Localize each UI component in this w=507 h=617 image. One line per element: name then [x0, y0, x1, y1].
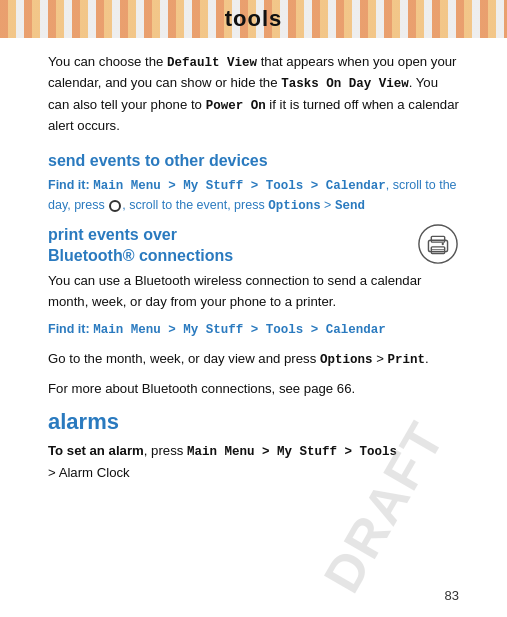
send-events-heading: send events to other devices	[48, 151, 459, 172]
print-find-it: Find it: Main Menu > My Stuff > Tools > …	[48, 320, 459, 340]
alarms-heading: alarms	[48, 409, 459, 435]
page-title-bar: tools	[0, 0, 507, 38]
intro-paragraph: You can choose the Default View that app…	[48, 52, 459, 137]
options-label-1: Options	[268, 199, 321, 213]
alarm-body: To set an alarm, press Main Menu > My St…	[48, 441, 459, 483]
print-heading-line2: Bluetooth® connections	[48, 247, 233, 264]
main-content: You can choose the Default View that app…	[0, 38, 507, 493]
print-label: Print	[388, 353, 426, 367]
bluetooth-print-icon	[417, 223, 459, 265]
print-events-heading: print events over Bluetooth® connections	[48, 225, 409, 267]
send-events-path: Main Menu > My Stuff > Tools > Calendar	[93, 179, 386, 193]
print-go-text: Go to the month, week, or day view and p…	[48, 351, 320, 366]
nav-key-icon	[109, 200, 121, 212]
print-heading-line1: print events over	[48, 226, 177, 243]
svg-point-0	[419, 225, 457, 263]
page-wrapper: tools You can choose the Default View th…	[0, 0, 507, 617]
power-on-label: Power On	[206, 99, 266, 113]
send-events-text2: , scroll to the event, press	[122, 198, 268, 212]
print-section-header: print events over Bluetooth® connections	[48, 225, 459, 267]
page-number: 83	[445, 588, 459, 603]
print-events-section: print events over Bluetooth® connections…	[48, 225, 459, 399]
send-arrow-1: >	[321, 198, 335, 212]
intro-text-1: You can choose the	[48, 54, 167, 69]
find-it-label-2: Find it:	[48, 322, 90, 336]
print-period: .	[425, 351, 429, 366]
print-body-1: You can use a Bluetooth wireless connect…	[48, 271, 459, 312]
default-view-label: Default View	[167, 56, 257, 70]
alarms-section: alarms To set an alarm, press Main Menu …	[48, 409, 459, 483]
tasks-view-label: Tasks On Day View	[281, 77, 409, 91]
svg-point-6	[442, 243, 444, 245]
send-events-section: send events to other devices Find it: Ma…	[48, 151, 459, 216]
print-arrow: >	[372, 351, 387, 366]
top-header-bar: tools	[0, 0, 507, 38]
alarm-set-text: To set an alarm	[48, 443, 144, 458]
options-label-2: Options	[320, 353, 373, 367]
svg-rect-2	[431, 236, 444, 242]
find-it-label-1: Find it:	[48, 178, 90, 192]
page-title: tools	[225, 6, 283, 32]
print-find-path: Main Menu > My Stuff > Tools > Calendar	[93, 323, 386, 337]
alarm-path: Main Menu > My Stuff > Tools	[187, 445, 397, 459]
alarm-text-2: , press	[144, 443, 187, 458]
print-body-3: For more about Bluetooth connections, se…	[48, 379, 459, 399]
send-events-find-it: Find it: Main Menu > My Stuff > Tools > …	[48, 176, 459, 216]
print-body-2: Go to the month, week, or day view and p…	[48, 349, 459, 370]
alarm-text-3: > Alarm Clock	[48, 465, 130, 480]
send-label: Send	[335, 199, 365, 213]
